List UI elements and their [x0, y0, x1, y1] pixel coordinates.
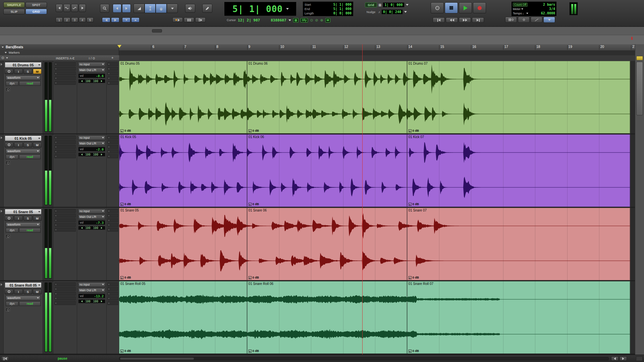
- track-view-selector[interactable]: waveform: [6, 222, 41, 227]
- track-view-selector[interactable]: waveform: [6, 75, 41, 80]
- hscroll-thumb[interactable]: [120, 358, 194, 360]
- track-options-button[interactable]: [5, 161, 10, 165]
- bars-ruler[interactable]: 6789101112131415161718192021: [119, 44, 635, 50]
- start-value[interactable]: 5| 1| 000: [333, 3, 352, 6]
- fast-forward-button[interactable]: [459, 17, 471, 23]
- output-selector[interactable]: Main Out L/R: [78, 215, 105, 219]
- track-view-selector[interactable]: waveform: [6, 149, 41, 154]
- chevron-down-icon[interactable]: [526, 13, 528, 14]
- send-slot[interactable]: [107, 67, 118, 71]
- insert-slot[interactable]: [54, 228, 76, 232]
- record-enable-button[interactable]: [5, 216, 13, 221]
- track-lane[interactable]: 01 Drums 050 dB01 Drums 060 dB01 Drums 0…: [119, 61, 635, 133]
- mode-shuffle-button[interactable]: SHUFFLE: [3, 2, 25, 8]
- pencil-tool-button[interactable]: [202, 4, 212, 13]
- clip-gain-badge[interactable]: 0 dB: [249, 349, 259, 353]
- audio-clip[interactable]: 01 Snare 070 dB: [407, 208, 630, 280]
- delay-compensation-badge[interactable]: Dly: [301, 18, 308, 22]
- volume-display[interactable]: vol -7.3: [78, 220, 105, 225]
- track-lane[interactable]: 01 Snare Roll 050 dB01 Snare Roll 060 dB…: [119, 281, 635, 354]
- zoom-preset-5-button[interactable]: 5: [87, 17, 94, 22]
- online-button[interactable]: [431, 2, 444, 13]
- play-button[interactable]: [459, 2, 472, 13]
- audio-clip[interactable]: 01 Kick 060 dB: [247, 134, 407, 207]
- clip-gain-badge[interactable]: 0 dB: [409, 276, 419, 279]
- send-slot[interactable]: [107, 209, 118, 213]
- record-enable-button[interactable]: [5, 142, 13, 147]
- solo-button[interactable]: S: [23, 69, 32, 74]
- insert-slot[interactable]: [54, 292, 76, 296]
- nudge-value[interactable]: 0| 0| 240: [381, 9, 403, 14]
- zoom-toggle-left-button[interactable]: [113, 4, 121, 13]
- clip-gain-badge[interactable]: 0 dB: [409, 129, 419, 132]
- zoom-preset-4-button[interactable]: 4: [79, 17, 86, 22]
- clip-gain-badge[interactable]: 0 dB: [249, 129, 259, 132]
- solo-button[interactable]: S: [23, 289, 32, 294]
- vertical-scrollbar[interactable]: [635, 44, 644, 355]
- zoom-horizontal-out-icon[interactable]: [102, 17, 110, 22]
- smart-tool-button[interactable]: [167, 4, 178, 13]
- link-timeline-button[interactable]: [184, 17, 194, 22]
- markers-lane[interactable]: [119, 50, 635, 55]
- input-selector[interactable]: no input: [78, 209, 105, 214]
- mute-button[interactable]: M: [33, 289, 42, 294]
- go-to-end-button[interactable]: [472, 17, 484, 23]
- insert-slot[interactable]: [54, 149, 76, 154]
- track-name-button[interactable]: 01 Snare Roll 05: [5, 282, 42, 288]
- clip-gain-badge[interactable]: 0 dB: [409, 349, 419, 353]
- audio-clip[interactable]: 01 Snare Roll 070 dB: [407, 281, 630, 354]
- length-value[interactable]: 0| 0| 000: [333, 11, 352, 15]
- link-track-selection-button[interactable]: [195, 17, 206, 22]
- rewind-button[interactable]: [446, 17, 458, 23]
- universe-strip[interactable]: [0, 27, 644, 44]
- record-button[interactable]: [473, 2, 486, 13]
- track-options-button[interactable]: [5, 87, 10, 91]
- mute-button[interactable]: M: [33, 69, 42, 74]
- tab-to-transient-button[interactable]: [172, 17, 183, 22]
- mode-slip-button[interactable]: SLIP: [3, 9, 25, 14]
- meter-value[interactable]: 3/4: [549, 7, 555, 11]
- volume-display[interactable]: vol -13.2: [78, 294, 105, 298]
- pre-post-roll-button[interactable]: [505, 17, 517, 23]
- send-slot[interactable]: [107, 62, 118, 66]
- chevron-down-icon[interactable]: [521, 8, 523, 10]
- input-monitor-button[interactable]: I: [14, 289, 23, 294]
- input-monitor-button[interactable]: I: [14, 216, 23, 221]
- insert-slot[interactable]: [54, 140, 76, 144]
- dyn-button[interactable]: dyn: [6, 228, 18, 233]
- track-name-button[interactable]: 01 Drums 05: [5, 62, 42, 68]
- zoom-out-icon[interactable]: [56, 4, 63, 12]
- edit-selection-marker[interactable]: [117, 45, 121, 48]
- track-grip[interactable]: [0, 208, 4, 280]
- send-slot[interactable]: [107, 145, 118, 149]
- global-mute-badge[interactable]: M: [325, 18, 331, 22]
- input-selector[interactable]: no input: [78, 62, 105, 67]
- clip-gain-badge[interactable]: 0 dB: [120, 202, 131, 206]
- main-counter[interactable]: 5| 1| 000: [224, 2, 297, 16]
- mute-button[interactable]: M: [33, 142, 42, 147]
- chevron-down-icon[interactable]: [406, 4, 409, 6]
- send-slot[interactable]: [107, 228, 118, 232]
- output-selector[interactable]: Main Out L/R: [78, 288, 105, 293]
- scroll-right-icon[interactable]: [620, 356, 627, 361]
- send-slot[interactable]: [107, 140, 118, 144]
- chevron-down-icon[interactable]: [286, 8, 289, 10]
- insert-slot[interactable]: [54, 218, 76, 222]
- insert-slot[interactable]: [54, 287, 76, 291]
- zoom-tool-button[interactable]: [100, 4, 109, 13]
- insert-slot[interactable]: [54, 296, 76, 300]
- insert-slot[interactable]: [54, 145, 76, 149]
- clip-gain-badge[interactable]: 0 dB: [409, 202, 419, 206]
- send-slot[interactable]: [107, 81, 118, 85]
- insert-slot[interactable]: [54, 71, 76, 75]
- dyn-button[interactable]: dyn: [6, 301, 18, 306]
- send-slot[interactable]: [107, 135, 118, 139]
- track-grip[interactable]: [0, 61, 4, 133]
- go-to-start-icon[interactable]: [1, 356, 9, 361]
- send-slot[interactable]: [107, 282, 118, 286]
- solo-button[interactable]: S: [23, 142, 32, 147]
- clip-gain-badge[interactable]: 0 dB: [249, 276, 259, 279]
- audio-clip[interactable]: 01 Kick 070 dB: [407, 134, 630, 207]
- clip-gain-badge[interactable]: 0 dB: [120, 349, 131, 353]
- grid-indicator-icon[interactable]: ▦: [293, 18, 299, 22]
